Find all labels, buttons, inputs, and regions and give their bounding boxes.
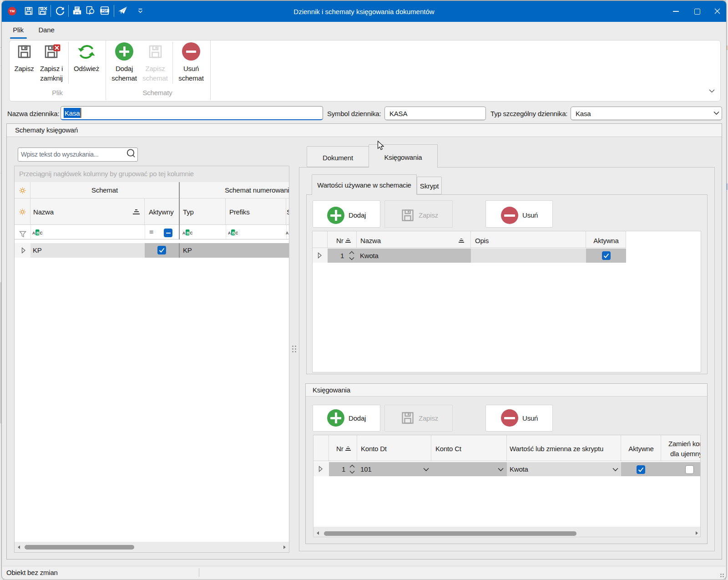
svg-text:C: C [40,231,43,235]
svg-text:B: B [187,231,189,235]
svg-text:C: C [236,231,238,235]
svg-text:A: A [32,231,35,235]
svg-text:B: B [36,231,39,235]
svg-text:A: A [182,231,185,235]
svg-text:B: B [232,231,235,235]
svg-text:A: A [228,231,231,235]
svg-text:PDF: PDF [102,9,108,12]
svg-text:A: A [286,231,288,235]
svg-text:C: C [190,231,193,235]
